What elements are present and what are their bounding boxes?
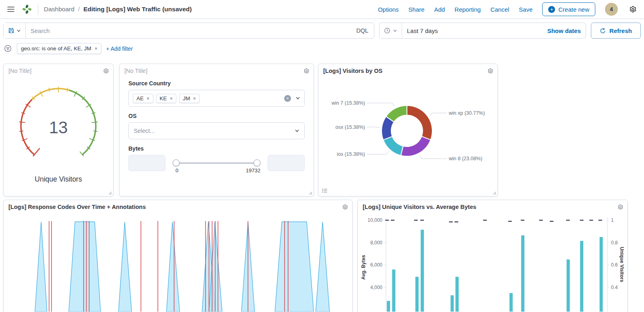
panel-options-gear-icon[interactable]	[303, 68, 310, 74]
bytes-range-slider: 0 19732	[173, 155, 260, 174]
os-select[interactable]: Select...	[128, 122, 305, 139]
selected-tag-ae[interactable]: AE ×	[133, 94, 153, 103]
chevron-down-icon[interactable]	[295, 96, 300, 101]
slider-track[interactable]	[175, 163, 258, 163]
svg-text:win 7 (15.38%): win 7 (15.38%)	[331, 100, 365, 106]
panel-resize-handle[interactable]	[492, 190, 496, 195]
svg-text:10,000: 10,000	[367, 217, 382, 223]
slider-min-value: 0	[175, 167, 178, 174]
app-logo-icon[interactable]	[22, 4, 32, 14]
svg-text:0.4: 0.4	[611, 285, 618, 290]
gauge-metric-label: Unique Visitors	[4, 175, 113, 184]
bytes-max-input[interactable]	[268, 155, 305, 171]
nav-save[interactable]: Save	[519, 6, 533, 13]
source-country-combobox[interactable]: AE × KE × JM × ×	[128, 90, 305, 107]
breadcrumb-dashboard[interactable]: Dashboard	[44, 6, 74, 13]
refresh-label: Refresh	[609, 27, 632, 34]
panel-title: [No Title]	[8, 68, 31, 74]
svg-text:1: 1	[611, 217, 614, 223]
svg-text:0.8: 0.8	[611, 240, 618, 246]
top-actions: Options Share Add Reporting Cancel Save …	[378, 2, 638, 16]
chevron-down-icon	[393, 29, 397, 33]
nav-options[interactable]: Options	[378, 6, 399, 13]
add-filter-link[interactable]: + Add filter	[106, 45, 133, 52]
svg-text:Unique Visitors: Unique Visitors	[619, 247, 625, 282]
refresh-icon	[600, 28, 606, 34]
nav-reporting[interactable]: Reporting	[454, 6, 481, 13]
plus-icon: +	[548, 6, 555, 13]
panel-visitors-vs-bytes: [Logs] Unique Visitors vs. Average Bytes…	[357, 200, 628, 312]
nav-share[interactable]: Share	[409, 6, 425, 13]
query-bar: DQL Last 7 days Show dates Refresh	[0, 19, 644, 42]
bar-chart[interactable]: 10,0008,0006,0004,00010.80.60.4Avg. Byte…	[361, 216, 625, 312]
avatar[interactable]: 4	[605, 3, 618, 16]
svg-text:8,000: 8,000	[370, 240, 382, 246]
search-bar-group: DQL	[3, 23, 374, 39]
show-dates-link[interactable]: Show dates	[543, 27, 586, 34]
tag-label: AE	[136, 95, 144, 101]
time-picker-group: Last 7 days Show dates	[379, 23, 586, 39]
svg-text:win 8 (23.08%): win 8 (23.08%)	[448, 156, 482, 161]
panel-options-gear-icon[interactable]	[342, 204, 349, 211]
selected-tag-ke[interactable]: KE ×	[156, 94, 177, 103]
panel-resize-handle[interactable]	[308, 190, 312, 195]
bytes-min-input[interactable]	[128, 155, 165, 171]
remove-tag-icon[interactable]: ×	[147, 95, 150, 101]
source-country-label: Source Country	[128, 80, 305, 87]
breadcrumb-separator: /	[78, 6, 80, 13]
bytes-label: Bytes	[128, 145, 305, 152]
panel-visitors-by-os: [Logs] Visitors by OS win xp (30.77%)win…	[318, 64, 498, 196]
panel-title: [Logs] Response Codes Over Time + Annota…	[8, 204, 146, 210]
panel-options-gear-icon[interactable]	[103, 68, 109, 74]
os-select-placeholder: Select...	[134, 128, 155, 134]
slider-max-value: 19732	[246, 167, 260, 174]
slider-handle-min[interactable]	[173, 159, 180, 166]
create-new-label: Create new	[558, 6, 589, 13]
time-picker-menu-button[interactable]	[380, 23, 402, 38]
remove-tag-icon[interactable]: ×	[193, 95, 196, 101]
panel-options-gear-icon[interactable]	[487, 68, 494, 74]
area-chart[interactable]	[5, 220, 351, 312]
legend-toggle-icon[interactable]	[322, 188, 328, 194]
gauge-value: 13	[4, 118, 113, 137]
svg-text:6,000: 6,000	[370, 262, 382, 268]
clock-icon	[384, 27, 390, 34]
donut-chart[interactable]: win xp (30.77%)win 8 (23.08%)ios (15.38%…	[321, 74, 495, 186]
panel-unique-visitors-gauge: [No Title] 13 Unique Visitors	[3, 64, 114, 196]
chevron-down-icon	[17, 29, 21, 33]
nav-add[interactable]: Add	[434, 6, 445, 13]
saved-query-menu-button[interactable]	[4, 23, 26, 38]
filter-icon[interactable]	[3, 45, 12, 52]
menu-toggle-icon[interactable]	[6, 4, 16, 14]
query-language-button[interactable]: DQL	[351, 27, 374, 34]
svg-text:osx (15.38%): osx (15.38%)	[335, 124, 365, 130]
filter-bar: geo.src: is one of AE, KE, JM × + Add fi…	[0, 42, 644, 59]
create-new-button[interactable]: + Create new	[542, 2, 595, 16]
remove-tag-icon[interactable]: ×	[170, 95, 173, 101]
panel-options-gear-icon[interactable]	[617, 204, 624, 211]
slider-handle-max[interactable]	[254, 159, 260, 166]
svg-text:Avg. Bytes: Avg. Bytes	[361, 255, 366, 280]
panel-resize-handle[interactable]	[107, 190, 112, 195]
svg-text:win xp (30.77%): win xp (30.77%)	[448, 110, 485, 116]
page-title: Editing [Logs] Web Traffic (unsaved)	[83, 6, 192, 13]
tag-label: JM	[183, 95, 190, 101]
search-input[interactable]	[26, 27, 351, 34]
svg-text:4,000: 4,000	[370, 285, 382, 290]
time-range-value[interactable]: Last 7 days	[402, 27, 443, 34]
filter-pill-label: geo.src: is one of AE, KE, JM	[21, 45, 91, 52]
save-query-icon	[8, 27, 14, 34]
nav-cancel[interactable]: Cancel	[490, 6, 509, 13]
breadcrumb: Dashboard / Editing [Logs] Web Traffic (…	[38, 4, 192, 15]
top-navbar: Dashboard / Editing [Logs] Web Traffic (…	[0, 0, 644, 19]
tag-label: KE	[160, 95, 167, 101]
refresh-button[interactable]: Refresh	[591, 23, 641, 39]
clear-selection-icon[interactable]: ×	[284, 95, 291, 102]
settings-gear-icon[interactable]	[627, 4, 638, 15]
selected-tag-jm[interactable]: JM ×	[179, 94, 200, 103]
panel-input-controls: [No Title] Source Country AE × KE × JM ×	[119, 64, 314, 196]
remove-filter-icon[interactable]: ×	[95, 45, 98, 52]
filter-pill[interactable]: geo.src: is one of AE, KE, JM ×	[17, 43, 101, 54]
dashboard-grid: [No Title] 13 Unique Visitors [No Title]…	[0, 59, 644, 312]
panel-title: [Logs] Unique Visitors vs. Average Bytes	[363, 204, 476, 210]
